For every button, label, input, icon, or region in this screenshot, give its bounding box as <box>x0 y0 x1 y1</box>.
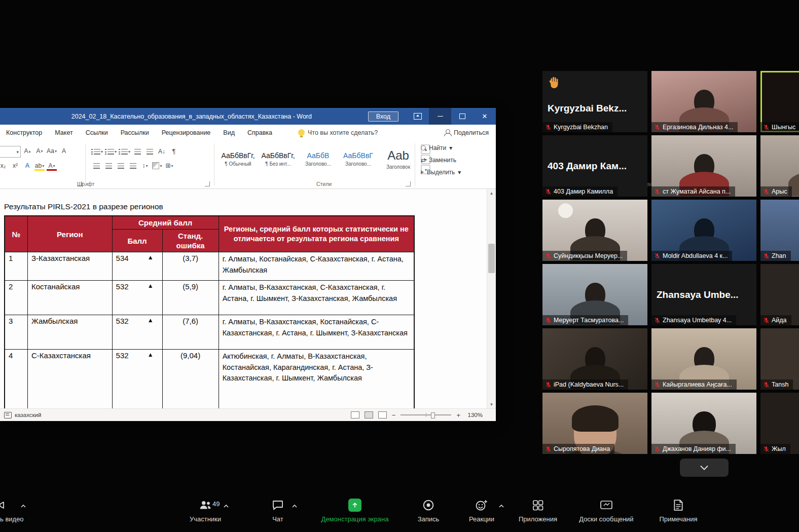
change-case-button[interactable]: Аа▾ <box>47 146 57 156</box>
align-left-button[interactable] <box>91 161 101 171</box>
select-button[interactable]: Выделить▾ <box>421 169 461 176</box>
mic-muted-icon <box>763 446 770 452</box>
cell-regions: г. Алматы, В-Казахстанская, С-Казахстанс… <box>219 281 414 315</box>
align-right-button[interactable] <box>116 161 126 171</box>
tab-ssylki[interactable]: Ссылки <box>86 129 108 136</box>
participant-tile[interactable]: Moldir Abdullaeva 4 к... <box>651 200 756 261</box>
style-heading1[interactable]: АаБбВ Заголово... <box>299 144 337 174</box>
numbered-list-button[interactable]: ▾ <box>105 146 117 157</box>
tab-konstruktor[interactable]: Конструктор <box>6 129 42 136</box>
tell-me-box[interactable]: Что вы хотите сделать? <box>298 129 378 136</box>
sort-button[interactable]: А↓ <box>157 146 167 157</box>
tab-maket[interactable]: Макет <box>55 129 72 136</box>
scroll-down-button[interactable]: ▼ <box>487 400 496 408</box>
web-layout-button[interactable] <box>378 411 387 419</box>
zoom-level[interactable]: 130% <box>465 412 483 418</box>
table-row: 1 З-Казахстанская 534▲ (3,7) г. Алматы, … <box>5 252 414 281</box>
participant-tile[interactable]: 403 Дамир Кам... 403 Дамир Камилла <box>542 135 647 197</box>
font-color-button[interactable]: А▾ <box>47 161 57 171</box>
participant-tile[interactable]: Кайыргалиева Аңсаға... <box>651 328 756 390</box>
participant-tile[interactable]: Сыропятова Диана <box>542 393 647 454</box>
zoom-in-button[interactable]: + <box>456 411 460 419</box>
participant-tile[interactable]: Zhansaya Umbe... Zhansaya Umbetbay 4... <box>651 264 756 325</box>
participant-name: Суйндикқызы Меруер... <box>542 251 627 261</box>
scroll-up-button[interactable]: ▲ <box>487 189 496 197</box>
show-paragraph-marks-button[interactable]: ¶ <box>169 146 179 157</box>
tab-vid[interactable]: Вид <box>223 129 235 136</box>
participant-tile[interactable]: ст Жуматай Айсана п... <box>651 135 756 197</box>
line-spacing-button[interactable]: ↕▾ <box>140 161 150 171</box>
tab-spravka[interactable]: Справка <box>247 129 272 136</box>
shrink-font-button[interactable]: А▾ <box>34 146 45 156</box>
notes-button[interactable]: Примечания <box>635 498 721 523</box>
justify-button[interactable] <box>128 161 138 171</box>
participant-tile[interactable]: Суйндикқызы Меруер... <box>542 200 647 261</box>
replace-button[interactable]: ⇄ Заменить <box>421 157 456 164</box>
document-area[interactable]: Результаты PIRLS-2021 в разрезе регионов… <box>0 189 496 408</box>
participant-tile[interactable]: Меруерт Тасмуратова... <box>542 264 647 325</box>
find-button[interactable]: Найти▾ <box>421 144 452 151</box>
superscript-button[interactable]: х² <box>10 161 20 171</box>
participant-tile[interactable]: Айда <box>760 264 799 325</box>
multilevel-list-button[interactable]: ▾ <box>119 146 130 157</box>
participant-name: Zhan <box>760 251 791 261</box>
zoom-slider-thumb[interactable] <box>431 412 435 419</box>
participant-tile-active-speaker[interactable]: Шынгыс <box>760 71 799 132</box>
participant-tile[interactable]: Kyrgyzbai Bekz... Kyrgyzbai Bekzhan <box>542 71 647 132</box>
up-triangle-icon: ▲ <box>148 254 154 262</box>
style-no-spacing[interactable]: АаБбВвГг, ¶ Без инт... <box>259 144 297 174</box>
text-effects-button[interactable]: А <box>22 161 32 171</box>
ribbon-display-options-button[interactable] <box>407 108 429 125</box>
read-mode-button[interactable] <box>351 411 359 419</box>
col-header-num: № <box>5 216 27 252</box>
minimize-button[interactable] <box>429 108 451 125</box>
decrease-indent-button[interactable] <box>132 146 142 157</box>
cell-score: 532▲ <box>112 350 162 409</box>
font-size-combobox[interactable]: ▾ <box>0 146 21 158</box>
chevron-up-icon[interactable] <box>223 501 229 510</box>
style-title[interactable]: Aab Заголовок <box>379 144 417 174</box>
chat-button[interactable]: Чат <box>235 498 321 523</box>
style-normal[interactable]: АаБбВвГг, ¶ Обычный <box>219 144 257 174</box>
zoom-slider[interactable] <box>401 414 451 415</box>
cell-score: 532▲ <box>112 315 162 350</box>
participant-tile[interactable]: Арыс <box>760 135 799 197</box>
tab-rassylki[interactable]: Рассылки <box>121 129 149 136</box>
increase-indent-button[interactable] <box>144 146 155 157</box>
close-button[interactable]: ✕ <box>474 108 496 125</box>
mic-muted-icon <box>654 382 661 388</box>
share-button[interactable]: Поделиться <box>444 129 489 136</box>
participant-tile[interactable]: Жыл <box>760 393 799 454</box>
proofing-icon[interactable] <box>4 412 12 419</box>
maximize-button[interactable] <box>451 108 474 125</box>
more-participants-button[interactable] <box>680 459 729 477</box>
scrollbar-thumb[interactable] <box>488 244 495 273</box>
participant-tile[interactable]: Джаханов Данияр фи... <box>651 393 756 454</box>
clear-formatting-button[interactable]: А <box>59 146 69 156</box>
participant-tile[interactable]: Ергазинова Дильназ 4... <box>651 71 756 132</box>
language-indicator[interactable]: казахский <box>15 412 41 418</box>
style-heading2[interactable]: АаБбВвГ Заголово... <box>339 144 377 174</box>
signin-button[interactable]: Вход <box>368 111 398 122</box>
table-row: 3 Жамбылская 532▲ (7,6) г. Алматы, В-Каз… <box>5 315 414 350</box>
ribbon: ▾ А▴ А▾ Аа▾ А х₂ х² А ab▾ А▾ Шрифт ▾ ▾ ▾ <box>0 140 496 189</box>
mic-muted-icon <box>654 317 661 324</box>
stop-video-button[interactable]: ь видео <box>0 498 54 523</box>
chevron-up-icon[interactable] <box>292 501 298 510</box>
participant-tile[interactable]: iPad (Kaldybaeva Nurs... <box>542 328 647 390</box>
participant-tile[interactable]: Zhan <box>760 200 799 261</box>
document-scrollbar[interactable]: ▲ ▼ <box>487 189 496 408</box>
mic-muted-icon <box>763 382 770 388</box>
subscript-button[interactable]: х₂ <box>0 161 8 171</box>
zoom-out-button[interactable]: − <box>392 411 396 419</box>
bullet-list-button[interactable]: ▾ <box>91 146 103 157</box>
shading-button[interactable]: ▾ <box>152 161 162 171</box>
align-center-button[interactable] <box>103 161 114 171</box>
grow-font-button[interactable]: А▴ <box>22 146 32 156</box>
borders-button[interactable]: ⊞▾ <box>164 161 174 171</box>
chevron-up-icon[interactable] <box>20 501 26 510</box>
participant-tile[interactable]: Tansh <box>760 328 799 390</box>
print-layout-button[interactable] <box>365 411 373 419</box>
text-highlight-button[interactable]: ab▾ <box>34 161 45 171</box>
tab-recenzirovanie[interactable]: Рецензирование <box>162 129 211 136</box>
